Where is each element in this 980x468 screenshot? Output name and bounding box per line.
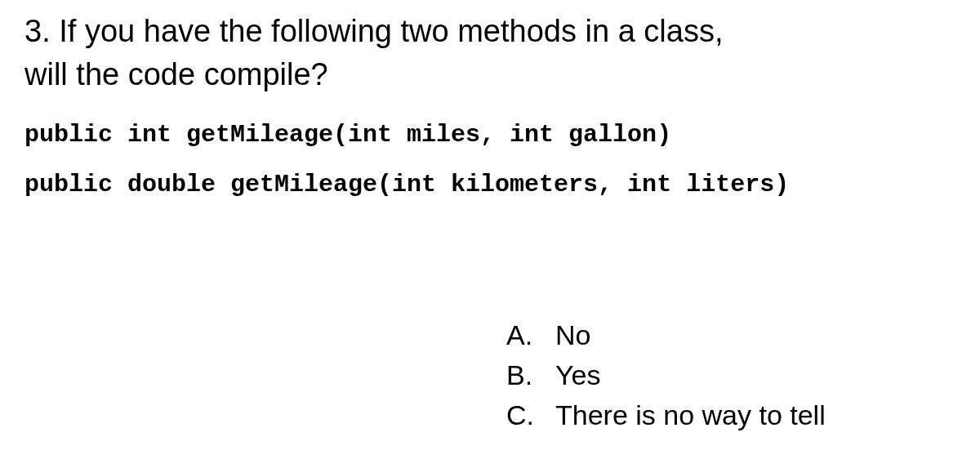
- code-line-1: public int getMileage(int miles, int gal…: [24, 119, 956, 151]
- answer-letter: B.: [506, 359, 555, 391]
- answer-option-a[interactable]: A. No: [506, 319, 956, 351]
- answer-letter: A.: [506, 319, 555, 351]
- answer-text: No: [555, 319, 590, 351]
- answer-option-c[interactable]: C. There is no way to tell: [506, 399, 956, 431]
- answer-text: There is no way to tell: [555, 399, 826, 431]
- question-text-line1: If you have the following two methods in…: [59, 14, 723, 48]
- question-text-line2: will the code compile?: [24, 57, 328, 91]
- answers-list: A. No B. Yes C. There is no way to tell: [506, 319, 956, 431]
- answer-text: Yes: [555, 359, 600, 391]
- answer-option-b[interactable]: B. Yes: [506, 359, 956, 391]
- answer-letter: C.: [506, 399, 555, 431]
- code-line-2: public double getMileage(int kilometers,…: [24, 169, 956, 201]
- question-prompt: 3. If you have the following two methods…: [24, 10, 956, 96]
- question-number: 3.: [24, 14, 51, 48]
